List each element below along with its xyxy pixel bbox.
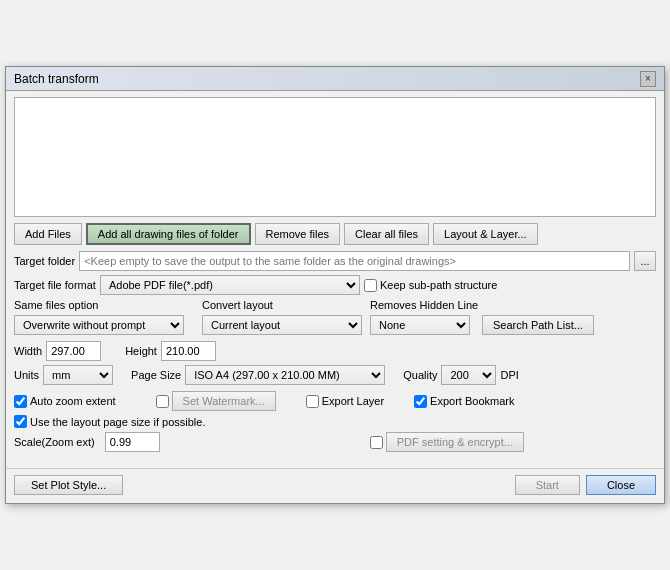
export-layer-label[interactable]: Export Layer xyxy=(306,395,384,408)
set-plot-style-button[interactable]: Set Plot Style... xyxy=(14,475,123,495)
set-watermark-button[interactable]: Set Watermark... xyxy=(172,391,276,411)
target-format-select[interactable]: Adobe PDF file(*.pdf) xyxy=(100,275,360,295)
auto-zoom-checkbox[interactable] xyxy=(14,395,27,408)
set-watermark-label[interactable]: Set Watermark... xyxy=(156,391,276,411)
close-button[interactable]: Close xyxy=(586,475,656,495)
target-folder-input[interactable] xyxy=(79,251,630,271)
use-layout-page-text: Use the layout page size if possible. xyxy=(30,416,206,428)
search-path-list-button[interactable]: Search Path List... xyxy=(482,315,594,335)
batch-transform-dialog: Batch transform × Add Files Add all draw… xyxy=(5,66,665,504)
quality-label: Quality xyxy=(403,369,437,381)
export-bookmark-checkbox[interactable] xyxy=(414,395,427,408)
page-size-select[interactable]: ISO A4 (297.00 x 210.00 MM) xyxy=(185,365,385,385)
same-files-select[interactable]: Overwrite without prompt xyxy=(14,315,184,335)
height-label: Height xyxy=(125,345,157,357)
close-icon[interactable]: × xyxy=(640,71,656,87)
export-bookmark-label[interactable]: Export Bookmark xyxy=(414,395,514,408)
same-files-label: Same files option xyxy=(14,299,184,311)
scale-input[interactable] xyxy=(105,432,160,452)
start-button[interactable]: Start xyxy=(515,475,580,495)
target-format-label: Target file format xyxy=(14,279,96,291)
export-bookmark-text: Export Bookmark xyxy=(430,395,514,407)
target-folder-row: Target folder ... xyxy=(14,251,656,271)
auto-zoom-text: Auto zoom extent xyxy=(30,395,116,407)
auto-zoom-label[interactable]: Auto zoom extent xyxy=(14,395,116,408)
wh-row: Width Height xyxy=(14,341,656,361)
title-bar: Batch transform × xyxy=(6,67,664,91)
units-row: Units mm Page Size ISO A4 (297.00 x 210.… xyxy=(14,365,656,385)
units-label: Units xyxy=(14,369,39,381)
add-files-button[interactable]: Add Files xyxy=(14,223,82,245)
browse-button[interactable]: ... xyxy=(634,251,656,271)
width-label: Width xyxy=(14,345,42,357)
toolbar-row: Add Files Add all drawing files of folde… xyxy=(14,223,656,245)
target-folder-label: Target folder xyxy=(14,255,75,267)
file-list-area xyxy=(14,97,656,217)
pdf-setting-label[interactable]: PDF setting & encrypt... xyxy=(370,432,524,452)
pdf-setting-button[interactable]: PDF setting & encrypt... xyxy=(386,432,524,452)
add-folder-button[interactable]: Add all drawing files of folder xyxy=(86,223,251,245)
bottom-right: Start Close xyxy=(515,475,656,495)
target-format-row: Target file format Adobe PDF file(*.pdf)… xyxy=(14,275,656,295)
width-input[interactable] xyxy=(46,341,101,361)
removes-hidden-select[interactable]: None xyxy=(370,315,470,335)
keep-subpath-label[interactable]: Keep sub-path structure xyxy=(364,279,497,292)
clear-all-files-button[interactable]: Clear all files xyxy=(344,223,429,245)
remove-files-button[interactable]: Remove files xyxy=(255,223,341,245)
keep-subpath-checkbox[interactable] xyxy=(364,279,377,292)
set-watermark-checkbox[interactable] xyxy=(156,395,169,408)
height-input[interactable] xyxy=(161,341,216,361)
page-size-label: Page Size xyxy=(131,369,181,381)
use-layout-page-label[interactable]: Use the layout page size if possible. xyxy=(14,415,206,428)
bottom-toolbar: Set Plot Style... Start Close xyxy=(6,468,664,503)
units-select[interactable]: mm xyxy=(43,365,113,385)
export-layer-checkbox[interactable] xyxy=(306,395,319,408)
pdf-setting-checkbox[interactable] xyxy=(370,436,383,449)
use-layout-page-checkbox[interactable] xyxy=(14,415,27,428)
quality-select[interactable]: 200 xyxy=(441,365,496,385)
scale-label: Scale(Zoom ext) xyxy=(14,436,95,448)
removes-hidden-label: Removes Hidden Line xyxy=(370,299,656,311)
export-layer-text: Export Layer xyxy=(322,395,384,407)
keep-subpath-text: Keep sub-path structure xyxy=(380,279,497,291)
convert-layout-label: Convert layout xyxy=(202,299,362,311)
layout-layer-button[interactable]: Layout & Layer... xyxy=(433,223,538,245)
convert-layout-select[interactable]: Current layout xyxy=(202,315,362,335)
dpi-label: DPI xyxy=(500,369,518,381)
dialog-title: Batch transform xyxy=(14,72,99,86)
